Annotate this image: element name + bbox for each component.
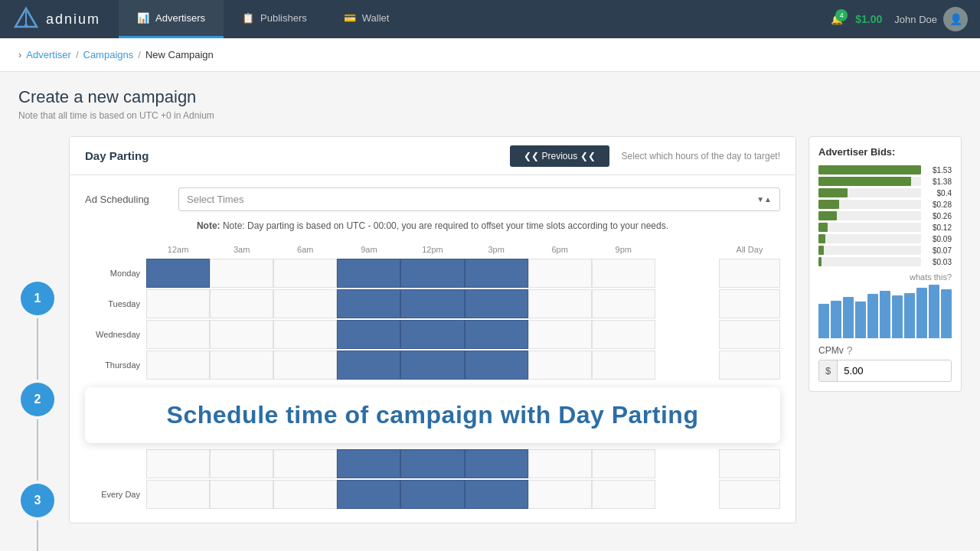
monday-9pm[interactable] <box>592 259 655 288</box>
cpmv-bar-10 <box>941 289 952 338</box>
bid-value-4: $0.28 <box>924 201 952 209</box>
bid-bar-1 <box>818 165 921 174</box>
tuesday-12am[interactable] <box>146 289 210 318</box>
wednesday-6am[interactable] <box>273 320 337 349</box>
ad-scheduling-row: Ad Scheduling Select Times ▼▲ <box>85 187 780 211</box>
bids-card: Advertiser Bids: $1.53 $1.38 $0.4 <box>808 136 962 392</box>
tuesday-9pm[interactable] <box>592 289 655 318</box>
nav-tabs: 📊 Advertisers 📋 Publishers 💳 Wallet <box>119 0 407 38</box>
wednesday-6pm[interactable] <box>528 320 592 349</box>
monday-9am[interactable] <box>337 259 400 288</box>
cpmv-input-row: $ <box>818 360 952 382</box>
wednesday-12am[interactable] <box>146 320 210 349</box>
monday-spacer <box>655 259 719 288</box>
grid-header-empty <box>85 242 146 257</box>
nav-tab-publishers-label: Publishers <box>260 12 307 24</box>
page-title: Create a new campaign <box>18 87 962 107</box>
grid-header-9pm: 9pm <box>592 242 655 257</box>
step-1[interactable]: 1 <box>21 282 54 315</box>
step-3[interactable]: 3 <box>21 484 54 517</box>
monday-12am[interactable] <box>146 259 210 288</box>
tuesday-12pm[interactable] <box>400 289 464 318</box>
bid-row-4: $0.28 <box>818 200 952 209</box>
step-2[interactable]: 2 <box>21 383 54 416</box>
wednesday-allday[interactable] <box>719 320 780 349</box>
wednesday-9pm[interactable] <box>592 320 655 349</box>
grid-header-empty2 <box>655 242 719 257</box>
tuesday-6am[interactable] <box>273 289 337 318</box>
nav-right: 🔔 4 $1.00 John Doe 👤 <box>831 7 968 31</box>
tuesday-6pm[interactable] <box>528 289 592 318</box>
bid-bar-container-5 <box>818 211 921 220</box>
thursday-6am[interactable] <box>273 350 337 380</box>
monday-6am[interactable] <box>273 259 337 288</box>
breadcrumb-campaigns[interactable]: Campaigns <box>83 49 134 60</box>
tuesday-3pm[interactable] <box>465 289 528 318</box>
grid-row-thursday: Thursday <box>85 350 780 380</box>
whats-this-link[interactable]: whats this? <box>818 272 952 282</box>
bid-bar-4 <box>818 200 839 209</box>
bid-bar-container-9 <box>818 257 921 266</box>
tuesday-3am[interactable] <box>210 289 273 318</box>
wednesday-spacer <box>655 320 719 349</box>
grid-row-friday-partial <box>85 449 780 478</box>
bid-bar-9 <box>818 257 822 266</box>
notification-bell[interactable]: 🔔 4 <box>831 14 843 25</box>
cpmv-help-icon[interactable]: ? <box>847 344 853 357</box>
monday-allday[interactable] <box>719 259 780 288</box>
cpmv-bar-8 <box>916 288 927 338</box>
row-label-wednesday: Wednesday <box>85 320 146 349</box>
thursday-spacer <box>655 350 719 380</box>
thursday-9am[interactable] <box>337 350 400 380</box>
schedule-grid-container: 12am 3am 6am 9am 12pm 3pm 6pm 9pm All Da… <box>85 242 780 381</box>
bid-bar-container-1 <box>818 165 921 174</box>
thursday-9pm[interactable] <box>592 350 655 380</box>
cpmv-bar-7 <box>904 293 915 338</box>
user-avatar: 👤 <box>943 7 968 31</box>
bid-bar-6 <box>818 223 828 232</box>
select-placeholder: Select Times <box>187 194 243 205</box>
cpmv-dollar-sign: $ <box>819 360 838 381</box>
monday-12pm[interactable] <box>400 259 464 288</box>
thursday-6pm[interactable] <box>528 350 592 380</box>
wednesday-12pm[interactable] <box>400 320 464 349</box>
monday-3am[interactable] <box>210 259 273 288</box>
monday-3pm[interactable] <box>465 259 528 288</box>
row-label-friday <box>85 449 146 478</box>
grid-row-wednesday: Wednesday <box>85 320 780 349</box>
tuesday-allday[interactable] <box>719 289 780 318</box>
grid-header-3pm: 3pm <box>465 242 528 257</box>
user-menu[interactable]: John Doe 👤 <box>894 7 968 31</box>
nav-tab-advertisers[interactable]: 📊 Advertisers <box>119 0 224 38</box>
nav-tab-publishers[interactable]: 📋 Publishers <box>224 0 325 38</box>
card-body: Ad Scheduling Select Times ▼▲ Note: Note… <box>70 175 795 523</box>
select-arrows-icon: ▼▲ <box>756 195 772 204</box>
nav-tab-advertisers-label: Advertisers <box>155 12 205 24</box>
thursday-12am[interactable] <box>146 350 210 380</box>
bid-value-6: $0.12 <box>924 223 952 232</box>
wednesday-9am[interactable] <box>337 320 400 349</box>
ad-scheduling-select[interactable]: Select Times ▼▲ <box>178 187 780 211</box>
tuesday-9am[interactable] <box>337 289 400 318</box>
svg-point-2 <box>24 24 28 27</box>
advertisers-icon: 📊 <box>137 12 149 24</box>
card-title: Day Parting <box>85 149 510 162</box>
cpmv-input[interactable] <box>838 360 951 381</box>
thursday-3pm[interactable] <box>465 350 528 380</box>
thursday-12pm[interactable] <box>400 350 464 380</box>
wednesday-3pm[interactable] <box>465 320 528 349</box>
wednesday-3am[interactable] <box>210 320 273 349</box>
grid-header-6am: 6am <box>273 242 337 257</box>
step-2-label: 2 <box>34 393 41 406</box>
bid-row-1: $1.53 <box>818 165 952 174</box>
previous-button[interactable]: ❮❮ Previous ❮❮ <box>510 145 609 167</box>
note-text: Note: Note: Day parting is based on UTC … <box>85 220 780 231</box>
thursday-3am[interactable] <box>210 350 273 380</box>
nav-tab-wallet[interactable]: 💳 Wallet <box>325 0 408 38</box>
cpmv-bar-5 <box>880 291 890 338</box>
breadcrumb-advertiser[interactable]: Advertiser <box>26 49 71 60</box>
monday-6pm[interactable] <box>528 259 592 288</box>
app-logo[interactable]: adnium <box>12 5 100 33</box>
cpmv-bar-3 <box>855 302 866 338</box>
thursday-allday[interactable] <box>719 350 780 380</box>
